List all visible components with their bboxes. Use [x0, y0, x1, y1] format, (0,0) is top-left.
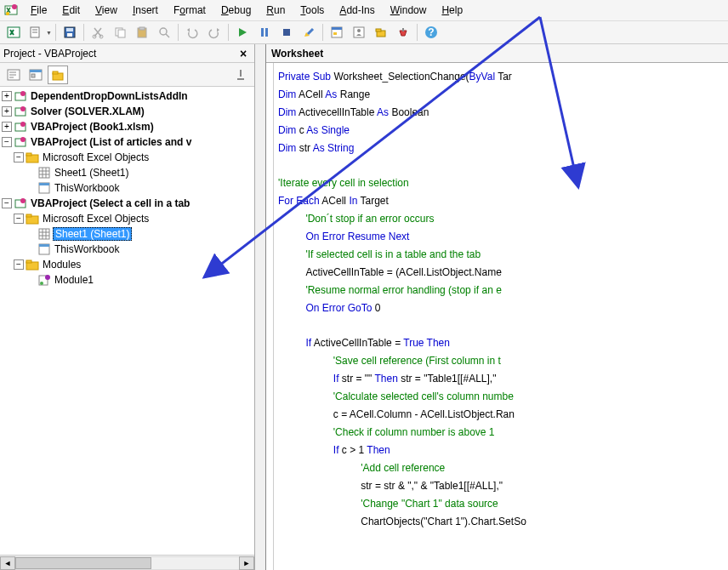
app-icon — [3, 3, 19, 18]
svg-rect-19 — [265, 28, 268, 37]
vba-project-icon — [14, 197, 27, 210]
redo-button[interactable] — [204, 22, 225, 43]
svg-rect-64 — [39, 229, 49, 239]
menu-format[interactable]: Format — [167, 3, 213, 18]
tree-item[interactable]: +VBAProject (Book1.xlsm) — [2, 119, 254, 134]
svg-rect-20 — [283, 29, 290, 36]
vba-project-icon — [14, 120, 27, 134]
tree-item[interactable]: Module1 — [2, 272, 254, 288]
svg-rect-3 — [8, 27, 20, 37]
scroll-thumb[interactable] — [15, 557, 151, 569]
svg-rect-38 — [31, 74, 35, 77]
svg-point-61 — [20, 198, 26, 203]
menu-view[interactable]: View — [88, 3, 124, 18]
tree-item[interactable]: −Modules — [2, 257, 254, 272]
dropdown-icon[interactable]: ▼ — [46, 30, 52, 36]
svg-point-46 — [20, 106, 26, 111]
insert-module-button[interactable] — [26, 22, 46, 43]
find-button[interactable] — [154, 22, 174, 43]
project-explorer-button[interactable] — [327, 22, 347, 43]
tree-item[interactable]: −VBAProject (Select a cell in a tab — [2, 196, 254, 211]
sheet-icon — [37, 227, 51, 241]
panel-menu-button[interactable] — [230, 66, 251, 84]
close-icon[interactable]: × — [236, 46, 251, 61]
svg-point-74 — [45, 275, 50, 280]
tree-scrollbar[interactable]: ◄ ► — [0, 555, 254, 570]
svg-point-2 — [6, 12, 9, 15]
svg-rect-15 — [139, 27, 145, 30]
code-editor[interactable]: Private Sub Worksheet_SelectionChange(By… — [266, 63, 728, 570]
project-tree[interactable]: +DependentDropDownListsAddIn +Solver (SO… — [0, 87, 254, 555]
tree-item-selected[interactable]: Sheet1 (Sheet1) — [2, 226, 254, 242]
svg-rect-63 — [26, 214, 31, 217]
svg-point-16 — [160, 28, 167, 35]
menu-run[interactable]: Run — [259, 3, 292, 18]
toolbox-button[interactable] — [393, 22, 413, 43]
svg-rect-23 — [332, 27, 342, 30]
folder-icon — [26, 212, 39, 225]
svg-rect-40 — [53, 71, 58, 74]
scroll-right-icon[interactable]: ► — [239, 556, 254, 570]
paste-button[interactable] — [132, 22, 152, 43]
svg-rect-24 — [333, 32, 337, 35]
tree-item[interactable]: +DependentDropDownListsAddIn — [2, 88, 254, 104]
svg-rect-9 — [67, 33, 72, 37]
view-code-button[interactable] — [3, 66, 24, 84]
run-button[interactable] — [232, 22, 253, 43]
tree-item[interactable]: −Microsoft Excel Objects — [2, 150, 254, 165]
stop-button[interactable] — [276, 22, 297, 43]
save-button[interactable] — [60, 22, 80, 43]
properties-button[interactable] — [349, 22, 369, 43]
svg-point-75 — [40, 282, 43, 285]
sheet-icon — [37, 166, 51, 180]
vba-project-icon — [14, 135, 27, 149]
tree-item[interactable]: Sheet1 (Sheet1) — [2, 165, 254, 180]
project-title-bar: Project - VBAProject × — [0, 44, 254, 63]
design-mode-button[interactable] — [299, 22, 319, 43]
pause-button[interactable] — [254, 22, 275, 43]
scroll-left-icon[interactable]: ◄ — [0, 556, 15, 570]
undo-button[interactable] — [182, 22, 202, 43]
menu-file[interactable]: FFileile — [24, 3, 54, 18]
svg-point-1 — [12, 4, 17, 9]
svg-rect-59 — [39, 183, 49, 185]
project-panel: Project - VBAProject × +DependentDropDow… — [0, 44, 255, 570]
vba-project-icon — [14, 89, 27, 103]
tree-item[interactable]: −Microsoft Excel Objects — [2, 211, 254, 226]
tree-item[interactable]: +Solver (SOLVER.XLAM) — [2, 104, 254, 119]
code-panel: Worksheet Private Sub Worksheet_Selectio… — [265, 44, 728, 570]
svg-point-50 — [20, 137, 26, 142]
tree-item[interactable]: ThisWorkbook — [2, 242, 254, 257]
menu-tools[interactable]: Tools — [293, 3, 331, 18]
copy-button[interactable] — [110, 22, 130, 43]
folder-icon — [26, 258, 39, 271]
svg-rect-13 — [118, 30, 125, 37]
menu-edit[interactable]: Edit — [55, 3, 87, 18]
main-split: Project - VBAProject × +DependentDropDow… — [0, 44, 728, 570]
toolbar: ▼ ? — [0, 20, 728, 44]
menu-help[interactable]: Help — [435, 3, 469, 18]
view-object-button[interactable] — [26, 66, 46, 84]
cut-button[interactable] — [88, 22, 108, 43]
svg-rect-42 — [237, 78, 244, 80]
svg-rect-41 — [240, 70, 242, 77]
svg-line-21 — [308, 29, 313, 34]
menu-window[interactable]: Window — [384, 3, 434, 18]
svg-rect-72 — [26, 260, 31, 263]
svg-rect-37 — [30, 70, 42, 72]
help-button[interactable]: ? — [421, 22, 441, 43]
menu-debug[interactable]: Debug — [214, 3, 258, 18]
svg-rect-8 — [66, 28, 73, 31]
menu-insert[interactable]: Insert — [126, 3, 165, 18]
code-object-dropdown[interactable]: Worksheet — [266, 44, 728, 63]
svg-point-48 — [20, 122, 26, 127]
object-browser-button[interactable] — [371, 22, 391, 43]
svg-text:?: ? — [428, 26, 434, 38]
svg-rect-29 — [402, 28, 404, 31]
workbook-icon — [37, 181, 51, 195]
tree-item[interactable]: −VBAProject (List of articles and v — [2, 134, 254, 150]
toggle-folders-button[interactable] — [48, 66, 68, 84]
menu-addins[interactable]: Add-Ins — [333, 3, 381, 18]
excel-view-button[interactable] — [3, 22, 24, 43]
tree-item[interactable]: ThisWorkbook — [2, 180, 254, 196]
